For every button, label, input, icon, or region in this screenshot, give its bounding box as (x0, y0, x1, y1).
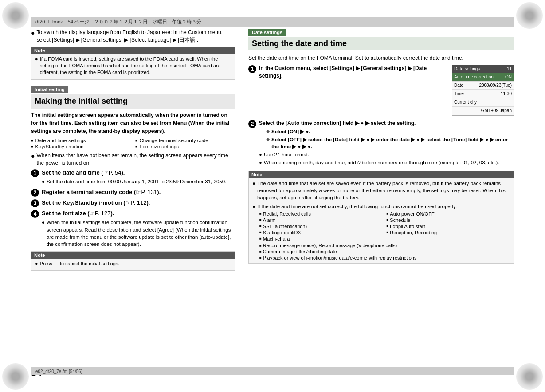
footer-bar: e02_dt20_7e.fm [54/56] (31, 367, 514, 375)
ss-label-date: Date (454, 82, 463, 89)
initial-setting-title: Making the initial setting (35, 97, 231, 106)
step-2-text: Register a terminal security code (☞P. 1… (42, 188, 235, 197)
body2-bullet-icon: ● (31, 152, 35, 161)
body2-text: When items that have not been set remain… (36, 152, 235, 167)
right-note-2-text: If the date and time are not set correct… (257, 203, 457, 210)
note2-text: When entering month, day and time, add 0… (264, 159, 499, 166)
right-step-1-text: Date settings 11 Auto time correction ON… (259, 65, 514, 117)
step-3-num: 3 (31, 199, 39, 207)
grid-item-reception: Reception, Recording (387, 230, 510, 235)
bullet-icon: ● (31, 29, 35, 38)
step-1-label: Set the date and time (☞P. 54). (42, 169, 125, 176)
note-header-foma: Note (31, 47, 235, 54)
ss-row-auto: Auto time correction ON (452, 73, 514, 82)
ss-label-time: Time (454, 91, 464, 97)
right-body1: Set the date and time on the FOMA termin… (248, 54, 514, 62)
right-step-2-note1: ● Use 24-hour format. (259, 151, 514, 158)
header-text: dt20_E.book 54 ページ ２００７年１２月１２日 水曜日 午後２時３… (35, 19, 201, 25)
note-single-record: Record message (voice), Record message (… (259, 243, 510, 248)
date-settings-heading: Setting the date and time (248, 37, 514, 50)
sub-bullet-off: ◆ Select [OFF] ▶ select the [Date] field… (266, 136, 514, 150)
sub-bullet-on: ◆ Select [ON] ▶ ●. (266, 128, 514, 135)
corner-decoration-tr (516, 2, 543, 29)
right-note-1-text: The date and time that are set are saved… (257, 180, 510, 201)
ss-label-city: Current city (454, 99, 477, 105)
step-1-num: 1 (31, 169, 39, 177)
note-box-foma: Note ● If a FOMA card is inserted, setti… (31, 47, 235, 80)
right-step-2-text: Select the [Auto time correction] field … (259, 120, 514, 167)
grid-item-redial: Redial, Received calls (259, 211, 383, 217)
ss-row-time: Time 11:30 (452, 90, 514, 98)
footer-text: e02_dt20_7e.fm [54/56] (35, 369, 82, 374)
step-4: 4 Set the font size (☞P. 127). ● When th… (31, 210, 235, 248)
sub-off-text: Select [OFF] ▶ select the [Date] field ▶… (271, 136, 514, 150)
note-single-camera: Camera image titles/shooting date (259, 249, 510, 254)
ss-row-date: Date 2008/09/23(Tue) (452, 82, 514, 90)
header-bar: dt20_E.book 54 ページ ２００７年１２月１２日 水曜日 午後２時３… (31, 17, 514, 27)
left-column: ● To switch the display language from En… (31, 29, 244, 365)
date-settings-tag: Date settings (248, 29, 286, 36)
note-cancel-text: Press — to cancel the initial settings. (40, 260, 120, 267)
body2-bullet: ● When items that have not been set rema… (31, 152, 235, 167)
right-step-2-note2: ● When entering month, day and time, add… (259, 159, 514, 166)
right-column: Date settings Setting the date and time … (244, 29, 514, 365)
item-font-size: Font size settings (135, 144, 235, 149)
right-step-2-label: Select the [Auto time correction] field … (259, 120, 416, 126)
note-item-cancel: ● Press — to cancel the initial settings… (35, 260, 231, 267)
ss-header: Date settings 11 (452, 65, 514, 73)
note-bullet-icon: ● (35, 56, 38, 62)
note-grid: Redial, Received calls Auto power ON/OFF… (259, 211, 510, 241)
ss-row-gmt: GMT+09 Japan (452, 107, 514, 115)
step-1: 1 Set the date and time (☞P. 54). ● Set … (31, 169, 235, 186)
initial-body1-text: The initial settings screen appears auto… (31, 112, 229, 134)
note-cancel-bullet: ● (35, 260, 38, 267)
item-date-time: Date and time settings (31, 138, 131, 143)
step-2-num: 2 (31, 189, 39, 197)
item-security-code: Change terminal security code (135, 138, 235, 143)
right-step-2: 2 Select the [Auto time correction] fiel… (248, 120, 514, 167)
date-settings-title: Setting the date and time (252, 39, 510, 48)
grid-item-machi: Machi-chara (259, 236, 383, 241)
screenshot-box: Date settings 11 Auto time correction ON… (452, 65, 514, 116)
content-area: ● To switch the display language from En… (31, 29, 514, 365)
step-4-note-text: When the initial settings are complete, … (47, 219, 235, 247)
initial-setting-heading: Making the initial setting (31, 94, 235, 109)
step-4-num: 4 (31, 210, 39, 218)
step-4-note: ● When the initial settings are complete… (42, 219, 235, 247)
grid-item-auto-power: Auto power ON/OFF (387, 211, 510, 217)
ss-value-gmt: GMT+09 Japan (481, 108, 512, 114)
note-box-right: Note ● The date and time that are set ar… (248, 171, 514, 263)
right-step-1: 1 Date settings 11 Auto time correction … (248, 65, 514, 117)
ss-value-date: 2008/09/23(Tue) (479, 82, 512, 89)
initial-body1: The initial settings screen appears auto… (31, 111, 235, 135)
ss-badge: 11 (507, 66, 512, 72)
note-box-cancel: Note ● Press — to cancel the initial set… (31, 251, 235, 271)
grid-item-schedule: Schedule (387, 217, 510, 223)
step-1-note: ● Set the date and time from 00:00 Janua… (42, 178, 235, 185)
step-3-label: Set the Key/Standby i-motion (☞P. 112). (42, 199, 150, 206)
grid-item-ippli-auto: i-αppli Auto start (387, 224, 510, 229)
note1-text: Use 24-hour format. (264, 151, 309, 158)
ss-label-auto: Auto time correction (454, 74, 494, 80)
corner-decoration-tl (2, 2, 29, 29)
step-1-ref: ☞P. 54 (103, 169, 122, 176)
step-1-text: Set the date and time (☞P. 54). ● Set th… (42, 169, 235, 186)
step-2: 2 Register a terminal security code (☞P.… (31, 188, 235, 197)
step-3-text: Set the Key/Standby i-motion (☞P. 112). (42, 199, 235, 207)
corner-decoration-br (516, 363, 543, 390)
ss-title: Date settings (454, 66, 480, 72)
note-text-foma: If a FOMA card is inserted, settings are… (40, 56, 231, 76)
initial-setting-tag: Initial setting (31, 86, 68, 93)
right-step-1-label: In the Custom menu, select [Settings] ▶ … (259, 65, 427, 79)
corner-decoration-bl (2, 363, 29, 390)
ss-value-time: 11:30 (501, 91, 512, 97)
grid-item-ipplidx: Starting i-αppliDX (259, 230, 383, 235)
note-single-playback: Playback or view of i-motion/music data/… (259, 255, 510, 260)
ss-value-auto: ON (505, 74, 512, 80)
grid-item-alarm: Alarm (259, 217, 383, 223)
note-header-right: Note (249, 171, 514, 178)
note-header-cancel: Note (31, 252, 235, 259)
intro-bullet-text: To switch the display language from Engl… (36, 29, 235, 44)
note-item-foma: ● If a FOMA card is inserted, settings a… (35, 56, 231, 76)
step-4-label: Set the font size (☞P. 127). (42, 210, 114, 217)
